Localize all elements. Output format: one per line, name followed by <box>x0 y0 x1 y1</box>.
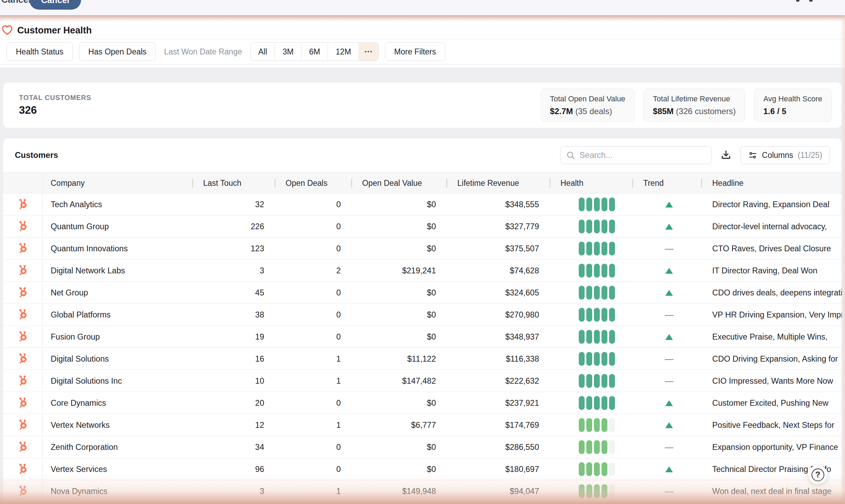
export-download-button[interactable] <box>720 149 732 161</box>
health-bar-filled <box>594 484 600 498</box>
clipped-cancel-label: Cancel <box>1 0 31 5</box>
health-bar-filled <box>609 220 615 233</box>
health-bar-filled <box>579 418 585 432</box>
table-row[interactable]: Fusion Group190$0$348,937Executive Prais… <box>3 326 842 348</box>
segment-3m[interactable]: 3M <box>275 43 301 61</box>
headline-cell: Expansion opportunity, VP Finance <box>704 443 842 452</box>
health-bar-filled <box>602 220 607 233</box>
column-header-trend[interactable]: Trend <box>635 172 704 194</box>
open-deals-cell: 1 <box>277 421 354 430</box>
table-row[interactable]: Tech Analytics320$0$348,555Director Ravi… <box>3 193 842 215</box>
column-header-label: Health <box>560 179 583 188</box>
company-cell: Fusion Group <box>43 332 195 342</box>
open-deal-value-cell: $0 <box>354 332 449 342</box>
cancel-button[interactable]: Cancel <box>29 0 81 10</box>
column-header-last_touch[interactable]: Last Touch <box>195 172 277 194</box>
column-header-company[interactable]: Company <box>43 172 195 194</box>
columns-sliders-icon <box>748 151 757 160</box>
health-bar-filled <box>602 352 607 366</box>
health-bar-filled <box>609 198 615 211</box>
filter-bar: Health Status Has Open Deals Last Won Da… <box>0 39 845 64</box>
health-bar-filled <box>579 462 585 476</box>
trend-cell: — <box>635 377 704 385</box>
segment-6m[interactable]: 6M <box>301 43 328 61</box>
table-row[interactable]: Global Platforms380$0$270,980—VP HR Driv… <box>3 304 842 326</box>
column-header-health[interactable]: Health <box>552 172 635 194</box>
column-header-label: Company <box>51 179 84 188</box>
segment-12m[interactable]: 12M <box>328 43 359 61</box>
health-bar-filled <box>579 286 585 300</box>
open-deals-cell: 0 <box>277 222 354 231</box>
headline-cell: Executive Praise, Multiple Wins, <box>704 332 842 342</box>
lifetime-revenue-cell: $286,550 <box>449 443 552 452</box>
open-deals-cell: 0 <box>277 244 354 253</box>
health-bar-empty <box>609 418 615 432</box>
more-filters-button[interactable]: More Filters <box>385 42 445 61</box>
headline-cell: Customer Excited, Pushing New <box>704 399 842 408</box>
filter-has-open-deals[interactable]: Has Open Deals <box>79 42 156 61</box>
filter-health-status[interactable]: Health Status <box>7 42 73 61</box>
health-bar-filled <box>602 396 607 410</box>
table-row[interactable]: Vertex Networks121$6,777$174,769Positive… <box>3 414 842 436</box>
trend-cell <box>635 422 704 428</box>
company-cell: Nova Dynamics <box>43 487 195 496</box>
trend-up-icon <box>665 422 673 428</box>
lifetime-revenue-cell: $237,921 <box>449 399 552 408</box>
open-deals-cell: 0 <box>277 310 354 320</box>
open-deals-cell: 0 <box>277 200 354 209</box>
table-row[interactable]: Zenith Corporation340$0$286,550—Expansio… <box>3 436 842 458</box>
column-header-label: Lifetime Revenue <box>457 179 519 188</box>
health-bar-filled <box>594 286 600 300</box>
page-title: Customer Health <box>17 25 92 36</box>
table-row[interactable]: Vertex Services960$0$180,697Technical Di… <box>3 458 842 480</box>
stat-title: Total Lifetime Revenue <box>653 94 736 103</box>
stat-value: $2.7M (35 deals) <box>550 107 626 116</box>
health-bar-filled <box>586 308 592 322</box>
segment-all[interactable]: All <box>251 43 275 61</box>
stat-value-main: $85M <box>653 107 674 116</box>
hubspot-sprocket-icon <box>3 348 43 370</box>
table-row[interactable]: Quantum Group2260$0$327,779Director-leve… <box>3 215 842 238</box>
health-bar-filled <box>602 242 607 255</box>
column-header-headline[interactable]: Headline <box>704 172 842 194</box>
lifetime-revenue-cell: $116,338 <box>449 354 552 364</box>
search-input[interactable] <box>579 150 706 160</box>
column-header-open_deals[interactable]: Open Deals <box>277 172 354 194</box>
columns-button[interactable]: Columns (11/25) <box>740 146 830 164</box>
health-bar-filled <box>602 198 607 211</box>
company-cell: Global Platforms <box>43 310 195 320</box>
health-bar-filled <box>579 374 585 388</box>
health-score-bars <box>552 286 635 300</box>
segment-more-ellipsis[interactable]: ••• <box>359 43 378 61</box>
lifetime-revenue-cell: $348,555 <box>449 200 552 209</box>
health-score-bars <box>552 198 635 211</box>
last-touch-cell: 45 <box>195 288 277 298</box>
table-row[interactable]: Core Dynamics200$0$237,921Customer Excit… <box>3 392 842 414</box>
top-glow-band <box>0 15 845 22</box>
company-cell: Quantum Innovations <box>43 244 195 253</box>
column-header-label: Headline <box>712 179 744 188</box>
total-customers-value: 326 <box>19 104 91 117</box>
trend-cell <box>635 334 704 340</box>
health-bar-filled <box>586 220 592 233</box>
hubspot-sprocket-icon <box>3 436 43 458</box>
table-row[interactable]: Digital Solutions161$11,122$116,338—CDO … <box>3 348 842 370</box>
table-row[interactable]: Digital Solutions Inc101$147,482$222,632… <box>3 370 842 392</box>
table-row[interactable]: Net Group450$0$324,605CDO drives deals, … <box>3 282 842 304</box>
table-row[interactable]: Nova Dynamics31$149,948$94,047—Won deal,… <box>3 480 842 502</box>
health-score-bars <box>552 440 635 454</box>
help-button[interactable]: ? <box>808 465 827 484</box>
health-bar-filled <box>594 462 600 476</box>
column-header-label: Last Touch <box>203 179 241 188</box>
column-header-label: Trend <box>643 179 664 188</box>
trend-up-icon <box>665 466 673 472</box>
table-row[interactable]: Digital Network Labs32$219,241$74,628IT … <box>3 260 842 282</box>
column-header-open_deal_value[interactable]: Open Deal Value <box>354 172 449 194</box>
open-deal-value-cell: $0 <box>354 244 449 253</box>
column-header-lifetime_revenue[interactable]: Lifetime Revenue <box>449 172 552 194</box>
table-row[interactable]: Quantum Innovations1230$0$375,507—CTO Ra… <box>3 238 842 260</box>
last-touch-cell: 96 <box>195 465 277 474</box>
headline-cell: Director Raving, Expansion Deal <box>704 200 842 209</box>
question-glyph: ? <box>815 471 821 479</box>
column-header-label: Open Deals <box>286 179 327 188</box>
